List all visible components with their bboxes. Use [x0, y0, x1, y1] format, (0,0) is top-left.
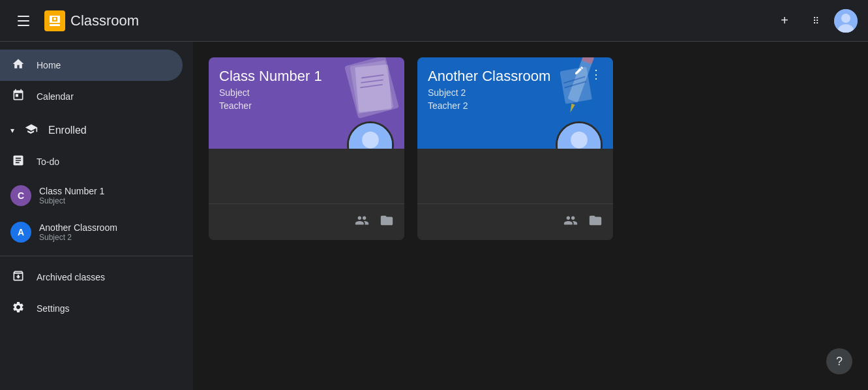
card1-folder-icon[interactable] — [380, 213, 394, 232]
svg-point-24 — [571, 132, 588, 149]
sidebar-item-archived[interactable]: Archived classes — [0, 262, 183, 293]
card2-folder-icon[interactable] — [588, 213, 603, 232]
home-label: Home — [37, 60, 61, 70]
enrolled-section: ▾ Enrolled To-do C — [0, 115, 193, 250]
enrolled-label: Enrolled — [48, 125, 87, 136]
card1-title: Class Number 1 — [219, 68, 394, 85]
card1-footer — [209, 203, 404, 240]
class2-avatar: A — [10, 222, 31, 243]
svg-point-6 — [841, 14, 850, 23]
header-right: + ⠿ — [771, 8, 858, 34]
card2-footer — [417, 203, 613, 240]
app-header: Classroom + ⠿ — [0, 0, 868, 42]
calendar-label: Calendar — [37, 91, 74, 102]
class1-subject: Subject — [39, 196, 104, 205]
body-container: Home Calendar ▾ Enrolled — [0, 42, 868, 390]
card1-body — [209, 149, 404, 203]
svg-rect-2 — [50, 24, 60, 26]
sidebar-class-item-1[interactable]: C Class Number 1 Subject — [0, 177, 183, 214]
card1-people-icon[interactable] — [355, 213, 369, 232]
apps-icon: ⠿ — [813, 16, 819, 26]
sidebar-class-item-2[interactable]: A Another Classroom Subject 2 — [0, 214, 183, 250]
sidebar: Home Calendar ▾ Enrolled — [0, 42, 193, 390]
sidebar-item-todo[interactable]: To-do — [0, 146, 183, 177]
class1-info: Class Number 1 Subject — [39, 186, 104, 205]
card2-people-icon[interactable] — [563, 213, 578, 232]
class2-info: Another Classroom Subject 2 — [39, 222, 117, 242]
settings-label: Settings — [37, 303, 70, 314]
todo-icon — [10, 154, 26, 170]
todo-label: To-do — [37, 157, 59, 167]
enrolled-header[interactable]: ▾ Enrolled — [0, 115, 193, 146]
add-button[interactable]: + — [771, 8, 798, 34]
card2-options-button[interactable]: ⋮ — [584, 63, 608, 86]
chevron-down-icon: ▾ — [10, 126, 14, 135]
class2-subject: Subject 2 — [39, 233, 117, 242]
card2-body — [417, 149, 613, 203]
class2-name: Another Classroom — [39, 222, 117, 233]
card2-header: ⋮ Another Classroom Subject 2 Teacher 2 — [417, 57, 613, 149]
calendar-icon — [10, 89, 26, 105]
sidebar-item-calendar[interactable]: Calendar — [0, 81, 183, 112]
class-card-1[interactable]: Class Number 1 Subject Teacher — [209, 57, 404, 240]
apps-button[interactable]: ⠿ — [803, 8, 829, 34]
home-icon — [10, 57, 26, 74]
enrolled-icon — [25, 123, 38, 138]
archived-label: Archived classes — [37, 272, 105, 282]
card1-avatar-container — [347, 121, 394, 149]
card2-pencil-icon — [574, 65, 584, 78]
header-left: Classroom — [10, 8, 771, 34]
class1-avatar: C — [10, 185, 31, 206]
card1-teacher-avatar — [347, 121, 394, 149]
sidebar-bottom-nav: Archived classes Settings — [0, 262, 193, 324]
settings-icon — [10, 301, 26, 317]
card2-subject: Subject 2 — [428, 87, 603, 98]
sidebar-divider — [0, 256, 193, 256]
svg-point-4 — [53, 18, 56, 20]
user-avatar[interactable] — [834, 9, 858, 33]
help-button[interactable]: ? — [826, 348, 852, 374]
main-content: Class Number 1 Subject Teacher — [193, 42, 868, 390]
archived-icon — [10, 269, 26, 286]
card1-subject: Subject — [219, 87, 394, 98]
card1-header: Class Number 1 Subject Teacher — [209, 57, 404, 149]
sidebar-main-nav: Home Calendar — [0, 50, 193, 112]
card2-teacher-avatar — [556, 121, 603, 149]
sidebar-item-home[interactable]: Home — [0, 50, 183, 81]
sidebar-item-settings[interactable]: Settings — [0, 293, 183, 324]
card1-teacher: Teacher — [219, 100, 394, 111]
hamburger-button[interactable] — [10, 8, 37, 34]
class-card-2[interactable]: ⋮ Another Classroom Subject 2 Teacher 2 — [417, 57, 613, 240]
help-icon: ? — [836, 355, 843, 368]
logo-container: Classroom — [44, 10, 139, 31]
add-icon: + — [781, 13, 788, 28]
hamburger-icon — [18, 16, 29, 26]
card2-teacher: Teacher 2 — [428, 100, 603, 111]
classroom-logo-icon — [44, 10, 65, 31]
app-title: Classroom — [70, 12, 139, 29]
card2-avatar-container — [556, 121, 603, 149]
svg-point-15 — [362, 132, 379, 149]
class1-name: Class Number 1 — [39, 186, 104, 196]
